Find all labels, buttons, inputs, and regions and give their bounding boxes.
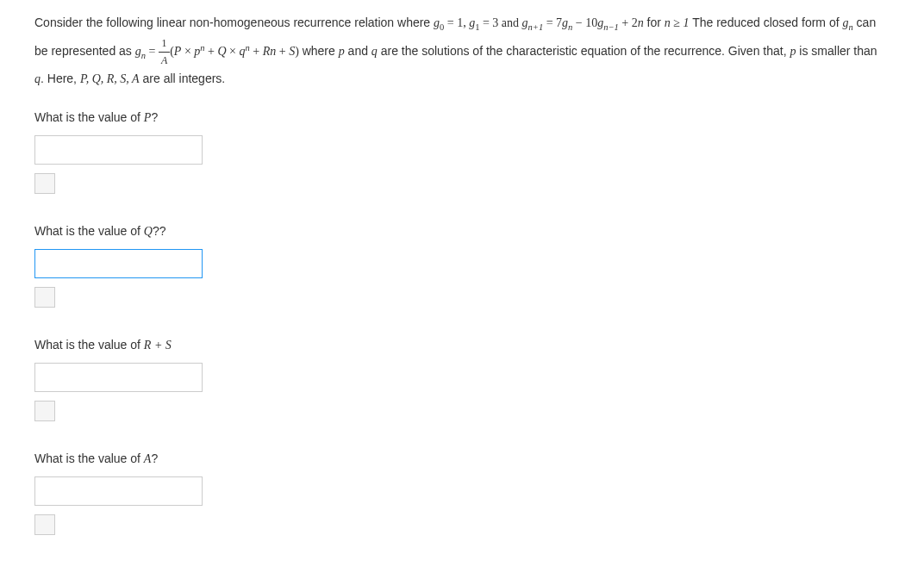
question-rs-label: What is the value of R + S [34, 338, 890, 352]
intro-text: Consider the following linear non-homoge… [34, 16, 434, 29]
answer-input-a[interactable] [34, 476, 203, 506]
checkbox-q[interactable] [34, 287, 55, 308]
answer-input-rs[interactable] [34, 363, 203, 392]
answer-input-p[interactable] [34, 135, 203, 165]
checkbox-rs[interactable] [34, 401, 55, 421]
problem-statement: Consider the following linear non-homoge… [34, 13, 890, 89]
question-q: What is the value of Q?? [34, 224, 890, 308]
question-p: What is the value of P? [34, 110, 890, 194]
fraction: 1A [159, 35, 170, 69]
question-p-label: What is the value of P? [34, 110, 890, 125]
question-rs: What is the value of R + S [34, 338, 890, 421]
question-a-label: What is the value of A? [34, 451, 890, 466]
checkbox-a[interactable] [34, 514, 55, 535]
question-a: What is the value of A? [34, 451, 890, 535]
answer-input-q[interactable] [34, 249, 203, 278]
checkbox-p[interactable] [34, 173, 55, 194]
question-q-label: What is the value of Q?? [34, 224, 890, 239]
